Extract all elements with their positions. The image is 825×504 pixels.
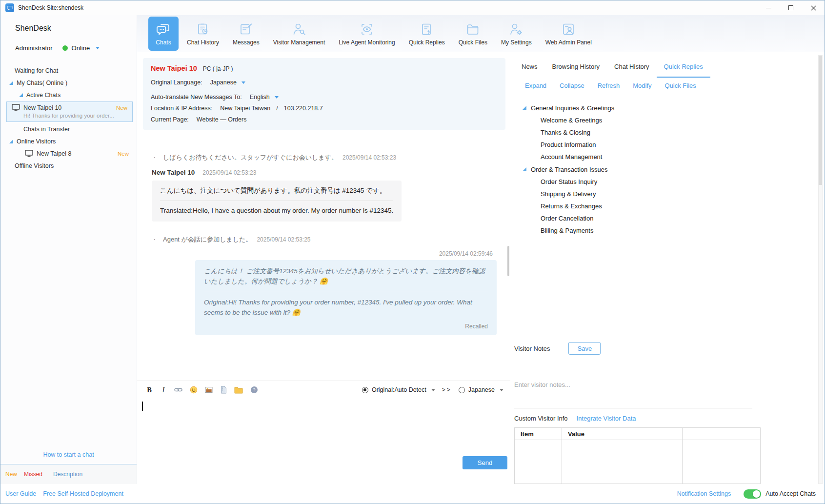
notification-settings-link[interactable]: Notification Settings	[677, 490, 731, 497]
message-sender-name: New Taipei 10	[152, 169, 195, 176]
visitor-info-card: New Taipei 10 PC ( ja-JP ) Original Lang…	[143, 58, 505, 130]
collapse-link[interactable]: Collapse	[560, 82, 584, 89]
source-language-radio[interactable]	[362, 387, 368, 393]
link-icon[interactable]	[174, 386, 182, 394]
translate-direction-controls: Original:Auto Detect >> Japanese	[362, 386, 503, 393]
quick-reply-item[interactable]: Account Management	[523, 151, 825, 163]
system-message: ・ しばらくお待ちください。スタッフがすぐにお会いします。 2025/09/14…	[152, 153, 499, 162]
modify-link[interactable]: Modify	[633, 82, 651, 89]
folder-icon[interactable]	[234, 386, 243, 394]
tab-quick-replies[interactable]: Quick Replies	[657, 60, 710, 78]
image-icon[interactable]	[205, 386, 213, 394]
save-button[interactable]: Save	[568, 342, 601, 355]
toolbar-item-visitor-management[interactable]: Visitor Management	[268, 17, 331, 51]
auto-translate-value[interactable]: English	[250, 94, 270, 101]
italic-button[interactable]: I	[160, 386, 167, 394]
footer: User Guide Free Self-Hosted Deployment N…	[0, 484, 825, 504]
tree-item-waiting-for-chat[interactable]: Waiting for Chat	[0, 64, 137, 77]
send-button[interactable]: Send	[463, 456, 507, 469]
window-controls	[757, 0, 825, 15]
recalled-status: Recalled	[204, 322, 488, 331]
expand-triangle-icon[interactable]	[9, 81, 13, 85]
toolbar-item-messages[interactable]: Messages	[227, 17, 265, 51]
expand-triangle-icon[interactable]	[19, 93, 23, 97]
message-input[interactable]	[137, 399, 510, 456]
agent-status-label: Online	[72, 44, 90, 52]
toolbar-item-my-settings[interactable]: My Settings	[496, 17, 537, 51]
chevron-down-icon[interactable]	[500, 389, 503, 393]
chat-tree: Waiting for Chat My Chats( Online ) Acti…	[0, 64, 137, 172]
tab-chat-history[interactable]: Chat History	[607, 60, 657, 78]
expand-triangle-icon[interactable]	[9, 140, 13, 143]
original-language-value[interactable]: Japanese	[210, 79, 237, 86]
chat-item-preview: Hi! Thanks for providing your order...	[23, 113, 129, 119]
expand-triangle-icon[interactable]	[523, 106, 526, 110]
quick-reply-item[interactable]: Welcome & Greetings	[523, 114, 825, 126]
expand-triangle-icon[interactable]	[523, 167, 526, 171]
quick-reply-group[interactable]: General Inquiries & Greetings	[523, 101, 825, 114]
expand-link[interactable]: Expand	[525, 82, 546, 89]
tab-browsing-history[interactable]: Browsing History	[545, 60, 607, 78]
bold-button[interactable]: B	[146, 386, 153, 394]
column-header-value: Value	[562, 428, 683, 440]
chevron-down-icon[interactable]	[431, 389, 435, 393]
legend-missed: Missed	[24, 471, 42, 478]
column-header-item: Item	[515, 428, 562, 440]
emoji-icon[interactable]	[190, 386, 198, 394]
quick-reply-group[interactable]: Order & Transaction Issues	[523, 163, 825, 176]
tree-item-my-chats[interactable]: My Chats( Online )	[0, 77, 137, 89]
tree-item-offline-visitors[interactable]: Offline Visitors	[0, 160, 137, 172]
toolbar-item-chat-history[interactable]: Chat History	[181, 17, 224, 51]
help-icon[interactable]: ?	[250, 386, 258, 394]
tab-news[interactable]: News	[514, 60, 545, 78]
target-language-radio[interactable]	[459, 387, 465, 393]
chevron-down-icon[interactable]	[275, 96, 279, 101]
visitor-item-name: New Taipei 8	[37, 150, 71, 157]
right-panel-scrollbar[interactable]	[818, 55, 823, 484]
toolbar-item-chats[interactable]: Chats	[148, 17, 179, 51]
quick-reply-item[interactable]: Returns & Exchanges	[523, 200, 825, 212]
toolbar-item-quick-files[interactable]: Quick Files	[453, 17, 493, 51]
tree-item-online-visitors[interactable]: Online Visitors	[0, 135, 137, 147]
visitor-notes-input[interactable]: Enter visitor notes...	[514, 355, 752, 408]
toolbar-item-quick-replies[interactable]: Quick Replies	[403, 17, 450, 51]
chevron-down-icon[interactable]	[96, 47, 100, 51]
attachment-icon[interactable]	[220, 386, 227, 394]
quick-reply-item[interactable]: Thanks & Closing	[523, 126, 825, 139]
quick-files-link[interactable]: Quick Files	[665, 82, 696, 89]
minimize-button[interactable]	[757, 0, 780, 15]
target-language-label[interactable]: Japanese	[468, 386, 495, 393]
quick-reply-item[interactable]: Order Cancellation	[523, 212, 825, 224]
close-button[interactable]	[802, 0, 825, 15]
tree-item-chats-in-transfer[interactable]: Chats in Transfer	[0, 123, 137, 135]
toolbar-item-web-admin-panel[interactable]: Web Admin Panel	[540, 17, 597, 51]
app-window: ShenDesk Site:shendesk ShenDesk Administ…	[0, 0, 825, 504]
quick-reply-item[interactable]: Billing & Payments	[523, 224, 825, 237]
legend-description[interactable]: Description	[53, 471, 82, 478]
user-guide-link[interactable]: User Guide	[5, 490, 36, 497]
auto-accept-toggle[interactable]	[744, 489, 761, 499]
chat-list-item-selected[interactable]: New Taipei 10 New Hi! Thanks for providi…	[6, 101, 133, 122]
chevron-down-icon[interactable]	[241, 81, 245, 86]
integrate-visitor-data-link[interactable]: Integrate Visitor Data	[577, 415, 636, 422]
quick-reply-item[interactable]: Shipping & Delivery	[523, 188, 825, 200]
deployment-link[interactable]: Free Self-Hosted Deployment	[43, 490, 123, 497]
toolbar-item-live-agent-monitoring[interactable]: Live Agent Monitoring	[333, 17, 400, 51]
source-language-label[interactable]: Original:Auto Detect	[372, 386, 426, 393]
sidebar-app-name: ShenDesk	[15, 24, 137, 33]
tree-item-active-chats[interactable]: Active Chats	[0, 89, 137, 101]
quick-reply-item[interactable]: Product Information	[523, 139, 825, 151]
how-to-start-chat-link[interactable]: How to start a chat	[0, 451, 137, 458]
quick-reply-item[interactable]: Order Status Inquiry	[523, 176, 825, 188]
message-original-text: Original:Hi! Thanks for providing your o…	[204, 297, 488, 318]
agent-name: Administrator	[15, 44, 53, 52]
visitor-list-item[interactable]: New Taipei 8 New	[0, 147, 137, 160]
refresh-link[interactable]: Refresh	[598, 82, 620, 89]
live-agent-monitoring-icon	[360, 22, 374, 37]
visitor-message-header: New Taipei 10 2025/09/14 02:53:23	[152, 169, 499, 176]
scrollbar-thumb[interactable]	[819, 56, 822, 185]
agent-status-row[interactable]: Administrator Online	[15, 44, 137, 52]
chat-scrollbar[interactable]	[507, 246, 509, 276]
maximize-button[interactable]	[780, 0, 802, 15]
message-translated-text: こんにちは！ ご注文番号12345をお知らせいただきありがとうございます。ご注文…	[204, 266, 488, 287]
